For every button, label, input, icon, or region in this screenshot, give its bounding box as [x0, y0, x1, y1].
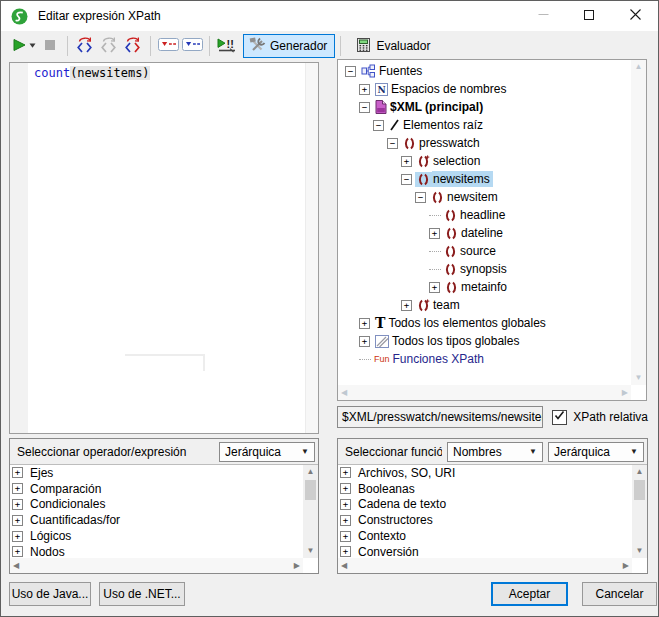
- step-over-button[interactable]: [121, 34, 145, 58]
- scroll-up-icon[interactable]: ▲: [636, 465, 644, 479]
- tree-item-synopsis[interactable]: synopsis: [341, 260, 630, 278]
- function-name-dropdown[interactable]: Nombres ▼: [447, 442, 543, 462]
- breakpoint-button[interactable]: [156, 34, 180, 58]
- expand-icon[interactable]: +: [12, 499, 23, 510]
- expand-icon[interactable]: +: [12, 515, 23, 526]
- operator-category-l-gicos[interactable]: +Lógicos: [12, 528, 302, 544]
- scroll-down-icon[interactable]: ▼: [635, 371, 643, 385]
- expand-icon[interactable]: +: [340, 515, 351, 526]
- collapse-icon[interactable]: −: [401, 174, 412, 185]
- scroll-left-icon[interactable]: ◀: [341, 562, 347, 570]
- selected-path-field[interactable]: $XML/presswatch/newsitems/newsitem: [337, 406, 543, 428]
- expand-icon[interactable]: +: [12, 483, 23, 494]
- scroll-up-icon[interactable]: ▲: [635, 60, 643, 74]
- scroll-right-icon[interactable]: ▶: [623, 562, 629, 570]
- tree-vertical-scrollbar[interactable]: ▲ ▼: [631, 60, 646, 385]
- tree-item-presswatch[interactable]: −presswatch: [341, 134, 630, 152]
- collapse-icon[interactable]: −: [415, 192, 426, 203]
- expand-icon[interactable]: +: [429, 282, 440, 293]
- tree-item-headline[interactable]: headline: [341, 206, 630, 224]
- xpath-expression-text[interactable]: count(newsitems): [34, 66, 150, 80]
- tree-item-xml-principal[interactable]: −$XML (principal): [341, 98, 630, 116]
- scroll-down-icon[interactable]: ▼: [636, 544, 644, 558]
- operator-order-dropdown[interactable]: Jerárquica ▼: [219, 442, 315, 462]
- operator-vertical-scrollbar[interactable]: ▲ ▼: [303, 465, 318, 558]
- expand-icon[interactable]: +: [429, 228, 440, 239]
- expand-icon[interactable]: +: [359, 318, 370, 329]
- expand-icon[interactable]: +: [359, 336, 370, 347]
- accept-button[interactable]: Aceptar: [491, 582, 568, 606]
- expand-icon[interactable]: +: [340, 483, 351, 494]
- function-vertical-scrollbar[interactable]: ▲ ▼: [632, 465, 647, 558]
- function-category-constructores[interactable]: +Constructores: [340, 512, 631, 528]
- operator-category-cuantificadas-for[interactable]: +Cuantificadas/for: [12, 512, 302, 528]
- operator-horizontal-scrollbar[interactable]: ◀ ▶: [10, 558, 303, 573]
- scroll-up-icon[interactable]: ▲: [307, 465, 315, 479]
- stop-button[interactable]: [38, 34, 62, 58]
- tree-item-elementos-ra-z[interactable]: −Elementos raíz: [341, 116, 630, 134]
- cancel-button[interactable]: Cancelar: [582, 582, 657, 606]
- java-usage-button[interactable]: Uso de Java...: [9, 582, 91, 606]
- tree-item-espacios-de-nombres[interactable]: +NEspacios de nombres: [341, 80, 630, 98]
- run-evaluation-button[interactable]: [11, 34, 38, 58]
- function-category-archivos-so-uri[interactable]: +Archivos, SO, URI: [340, 465, 631, 481]
- scroll-right-icon[interactable]: ▶: [622, 389, 628, 397]
- function-category-contexto[interactable]: +Contexto: [340, 528, 631, 544]
- xpath-edit-dialog: Editar expresión XPath !! Generador Eval…: [0, 0, 659, 617]
- scroll-down-icon[interactable]: ▼: [307, 544, 315, 558]
- dotnet-usage-button[interactable]: Uso de .NET...: [99, 582, 185, 606]
- minimize-button[interactable]: [520, 1, 566, 31]
- operator-category-condicionales[interactable]: +Condicionales: [12, 497, 302, 513]
- tree-item-team[interactable]: +team: [341, 296, 630, 314]
- operator-category-nodos[interactable]: +Nodos: [12, 544, 302, 557]
- expand-icon[interactable]: +: [340, 499, 351, 510]
- xpath-expression-editor[interactable]: count(newsitems): [9, 62, 319, 434]
- expand-icon[interactable]: +: [340, 546, 351, 557]
- step-out-button[interactable]: [97, 34, 121, 58]
- xpath-relative-checkbox[interactable]: [552, 410, 567, 425]
- tree-item-funciones-xpath[interactable]: FunFunciones XPath: [341, 350, 630, 368]
- tracepoint-button[interactable]: [180, 34, 204, 58]
- scroll-left-icon[interactable]: ◀: [341, 389, 347, 397]
- evaluate-expression-button[interactable]: !!: [215, 34, 239, 58]
- expand-icon[interactable]: +: [12, 531, 23, 542]
- tree-item-todos-los-tipos-globales[interactable]: +Todos los tipos globales: [341, 332, 630, 350]
- evaluator-mode-button[interactable]: Evaluador: [357, 38, 430, 55]
- close-button[interactable]: [612, 1, 658, 31]
- expand-icon[interactable]: +: [401, 300, 412, 311]
- tree-horizontal-scrollbar[interactable]: ◀ ▶: [338, 385, 631, 400]
- expand-icon[interactable]: +: [359, 84, 370, 95]
- scroll-right-icon[interactable]: ▶: [294, 562, 300, 570]
- function-order-dropdown[interactable]: Jerárquica ▼: [548, 442, 644, 462]
- collapse-icon[interactable]: −: [373, 120, 384, 131]
- tree-item-todos-los-elementos-globales[interactable]: +TTodos los elementos globales: [341, 314, 630, 332]
- operator-category-comparaci-n[interactable]: +Comparación: [12, 481, 302, 497]
- scrollbar-thumb[interactable]: [634, 480, 645, 500]
- function-category-booleanas[interactable]: +Booleanas: [340, 481, 631, 497]
- expand-icon[interactable]: +: [401, 156, 412, 167]
- expand-icon[interactable]: +: [12, 546, 23, 557]
- function-horizontal-scrollbar[interactable]: ◀ ▶: [338, 558, 632, 573]
- collapse-icon[interactable]: −: [387, 138, 398, 149]
- builder-mode-button[interactable]: Generador: [243, 34, 335, 58]
- tree-item-selection[interactable]: +selection: [341, 152, 630, 170]
- collapse-icon[interactable]: −: [359, 102, 370, 113]
- operator-category-ejes[interactable]: +Ejes: [12, 465, 302, 481]
- expand-icon[interactable]: +: [340, 467, 351, 478]
- tree-item-dateline[interactable]: +dateline: [341, 224, 630, 242]
- step-into-button[interactable]: [73, 34, 97, 58]
- tree-item-metainfo[interactable]: +metainfo: [341, 278, 630, 296]
- editor-scrollbar[interactable]: [305, 63, 318, 433]
- function-category-conversi-n[interactable]: +Conversión: [340, 544, 631, 557]
- tree-item-newsitems[interactable]: −newsitems: [341, 170, 630, 188]
- maximize-button[interactable]: [566, 1, 612, 31]
- expand-icon[interactable]: +: [340, 531, 351, 542]
- tree-item-fuentes[interactable]: −Fuentes: [341, 62, 630, 80]
- scrollbar-thumb[interactable]: [305, 480, 316, 500]
- collapse-icon[interactable]: −: [345, 66, 356, 77]
- scroll-left-icon[interactable]: ◀: [13, 562, 19, 570]
- tree-item-source[interactable]: source: [341, 242, 630, 260]
- expand-icon[interactable]: +: [12, 467, 23, 478]
- tree-item-newsitem[interactable]: −newsitem: [341, 188, 630, 206]
- function-category-cadena-de-texto[interactable]: +Cadena de texto: [340, 497, 631, 513]
